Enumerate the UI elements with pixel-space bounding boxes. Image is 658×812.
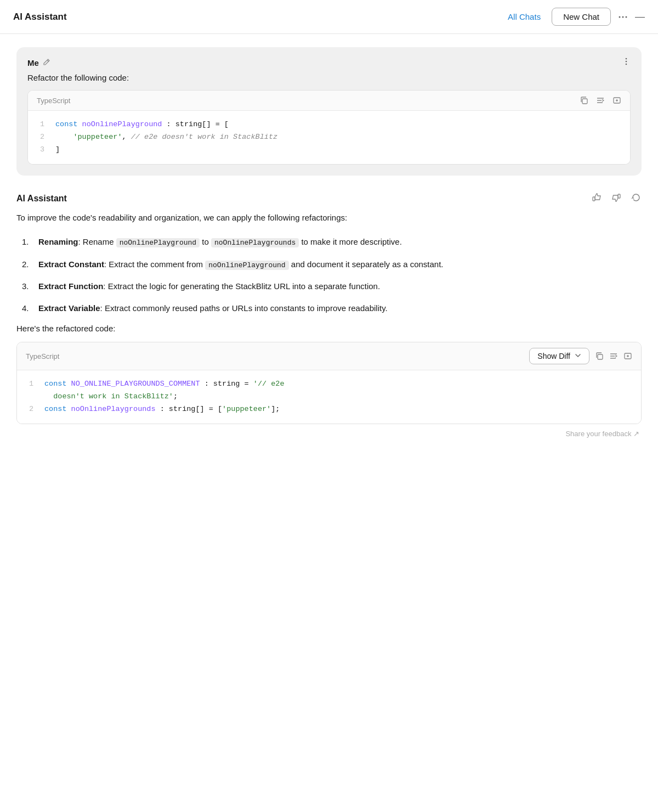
header: AI Assistant All Chats New Chat — [0, 0, 658, 34]
svg-point-0 [619, 16, 621, 18]
regenerate-button[interactable] [631, 192, 642, 206]
ai-code-body: 1 const NO_ONLINE_PLAYGROUNDS_COMMENT : … [17, 370, 641, 424]
ai-code-line-2: 2 const noOnlinePlaygrounds : string[] =… [26, 403, 632, 416]
user-message-header: Me [27, 57, 631, 69]
user-name: Me [27, 58, 50, 68]
svg-point-4 [626, 61, 627, 63]
main-content: Me Refactor the following code: [0, 34, 658, 465]
ai-code-block: TypeScript Show Diff [16, 342, 642, 424]
here-text: Here's the refactored code: [16, 324, 642, 333]
user-code-block-header: TypeScript [28, 91, 630, 111]
code-line-3: 3 ] [37, 144, 621, 156]
copy-refactored-button[interactable] [595, 352, 604, 360]
user-code-body: 1 const noOnlinePlayground : string[] = … [28, 111, 630, 164]
ai-name: AI Assistant [16, 194, 67, 204]
ai-code-line-1: 1 const NO_ONLINE_PLAYGROUNDS_COMMENT : … [26, 378, 632, 391]
chevron-down-icon [575, 352, 581, 360]
ai-code-lang: TypeScript [26, 352, 59, 360]
svg-rect-14 [618, 194, 620, 198]
list-item-1: 1. Renaming: Rename noOnlinePlayground t… [22, 235, 642, 249]
ai-message-header: AI Assistant [16, 192, 642, 206]
ai-intro-text: To improve the code's readability and or… [16, 211, 642, 224]
edit-icon[interactable] [42, 58, 50, 68]
svg-rect-13 [593, 197, 595, 201]
header-more-icon[interactable] [617, 12, 628, 22]
refactoring-list: 1. Renaming: Rename noOnlinePlayground t… [22, 235, 642, 315]
code-line-1: 1 const noOnlinePlayground : string[] = … [37, 119, 621, 131]
ai-code-block-header: TypeScript Show Diff [17, 342, 641, 370]
user-message-bubble: Me Refactor the following code: [16, 47, 642, 176]
ai-code-line-1b: doesn't work in StackBlitz'; [26, 391, 632, 403]
thumbs-up-button[interactable] [591, 192, 602, 206]
all-chats-button[interactable]: All Chats [503, 10, 545, 24]
feedback-area: Share your feedback ↗ [16, 430, 642, 438]
svg-rect-15 [598, 354, 603, 359]
format-refactored-button[interactable] [609, 352, 618, 360]
ai-code-actions: Show Diff [529, 348, 632, 364]
code-line-2: 2 'puppeteer', // e2e doesn't work in St… [37, 131, 621, 144]
user-message-more-button[interactable] [622, 57, 631, 69]
svg-point-2 [626, 16, 627, 18]
header-actions: All Chats New Chat — [503, 8, 645, 26]
feedback-link[interactable]: Share your feedback ↗ [565, 430, 639, 438]
user-code-actions [580, 96, 621, 105]
ai-message: AI Assistant [16, 192, 642, 438]
insert-code-button[interactable] [612, 96, 621, 105]
list-item-2: 2. Extract Constant: Extract the comment… [22, 258, 642, 272]
list-item-3: 3. Extract Function: Extract the logic f… [22, 280, 642, 293]
list-item-4: 4. Extract Variable: Extract commonly re… [22, 302, 642, 315]
minimize-button[interactable]: — [635, 11, 645, 22]
svg-point-1 [622, 16, 624, 18]
svg-rect-6 [582, 99, 587, 104]
ai-actions [591, 192, 642, 206]
user-message-text: Refactor the following code: [27, 73, 631, 82]
new-chat-button[interactable]: New Chat [552, 8, 611, 26]
copy-code-button[interactable] [580, 96, 588, 105]
svg-point-3 [626, 58, 627, 60]
app-title: AI Assistant [13, 12, 67, 22]
user-code-block: TypeScript [27, 90, 631, 165]
insert-refactored-button[interactable] [623, 352, 632, 360]
show-diff-button[interactable]: Show Diff [529, 348, 589, 364]
format-code-button[interactable] [596, 96, 605, 105]
thumbs-down-button[interactable] [611, 192, 622, 206]
user-code-lang: TypeScript [37, 97, 70, 105]
svg-point-5 [626, 64, 627, 65]
